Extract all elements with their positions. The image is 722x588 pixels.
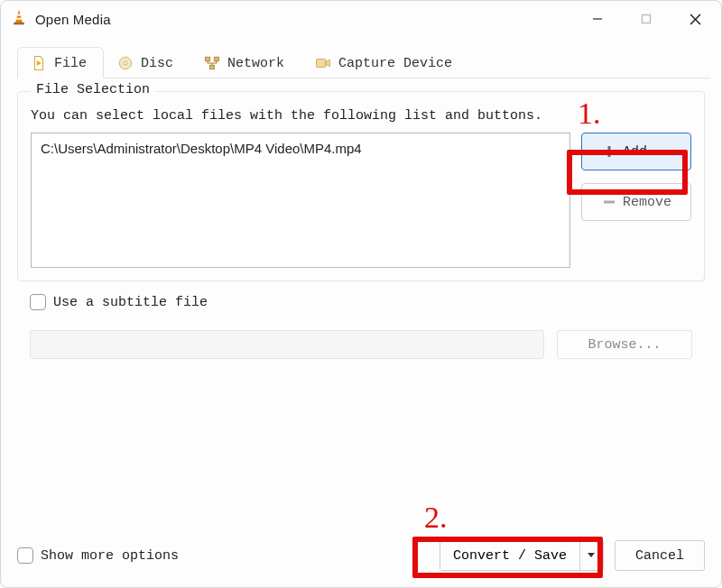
convert-save-label: Convert / Save [453,548,567,564]
svg-marker-19 [588,553,595,557]
remove-button[interactable]: Remove [581,183,691,221]
subtitle-group: Use a subtitle file Browse... [17,287,705,373]
maximize-button[interactable] [625,5,667,33]
open-media-window: Open Media File Disc [0,0,722,588]
browse-button[interactable]: Browse... [557,330,692,359]
file-icon [31,55,47,71]
subtitle-path-field [30,330,544,359]
disc-icon [117,55,134,71]
minus-icon [601,194,617,210]
tab-network[interactable]: Network [190,47,301,78]
subtitle-checkbox-label: Use a subtitle file [53,295,208,310]
show-more-options-label: Show more options [41,548,179,564]
vlc-cone-icon [10,8,28,31]
convert-save-splitbutton[interactable]: Convert / Save [440,540,604,571]
chevron-down-icon [587,548,596,564]
plus-icon [601,143,617,160]
tab-file[interactable]: File [17,47,104,78]
show-more-options-row[interactable]: Show more options [17,547,179,564]
cancel-button[interactable]: Cancel [615,540,705,571]
svg-rect-3 [14,22,24,24]
svg-rect-13 [209,65,214,69]
svg-point-10 [124,61,127,65]
subtitle-checkbox-row[interactable]: Use a subtitle file [30,294,692,310]
dialog-footer: Show more options Convert / Save Cancel [12,533,710,578]
network-icon [204,55,220,71]
file-selection-description: You can select local files with the foll… [31,108,691,124]
dialog-body: File Disc Network [1,37,721,587]
titlebar: Open Media [1,1,721,37]
svg-rect-12 [214,57,218,61]
browse-button-label: Browse... [588,337,661,353]
remove-button-label: Remove [623,195,671,210]
svg-rect-5 [643,15,651,23]
file-list-item[interactable]: C:\Users\Administrator\Desktop\MP4 Video… [41,141,560,156]
tabs: File Disc Network [17,46,710,78]
svg-marker-15 [326,60,330,67]
tab-file-label: File [54,56,87,71]
capture-device-icon [315,55,331,71]
add-button-label: Add... [623,144,671,160]
svg-marker-0 [15,9,23,23]
close-button[interactable] [674,5,716,33]
window-title: Open Media [35,12,111,27]
convert-save-button[interactable]: Convert / Save [440,541,579,570]
tab-disc-label: Disc [141,56,173,71]
tab-disc[interactable]: Disc [104,47,190,78]
tab-capture-label: Capture Device [338,56,452,71]
svg-rect-1 [17,14,22,15]
svg-rect-2 [16,17,22,19]
tab-network-label: Network [227,56,284,71]
add-button[interactable]: Add... [581,133,691,170]
cancel-button-label: Cancel [635,548,684,564]
svg-rect-11 [206,57,210,61]
tab-capture[interactable]: Capture Device [301,47,469,78]
minimize-button[interactable] [577,5,618,33]
subtitle-checkbox[interactable] [30,294,46,310]
convert-save-dropdown[interactable] [579,541,603,570]
file-list[interactable]: C:\Users\Administrator\Desktop\MP4 Video… [31,133,570,268]
file-selection-legend: File Selection [31,82,155,97]
file-selection-group: File Selection You can select local file… [17,91,705,281]
svg-rect-14 [317,60,327,68]
show-more-options-checkbox[interactable] [17,547,33,564]
